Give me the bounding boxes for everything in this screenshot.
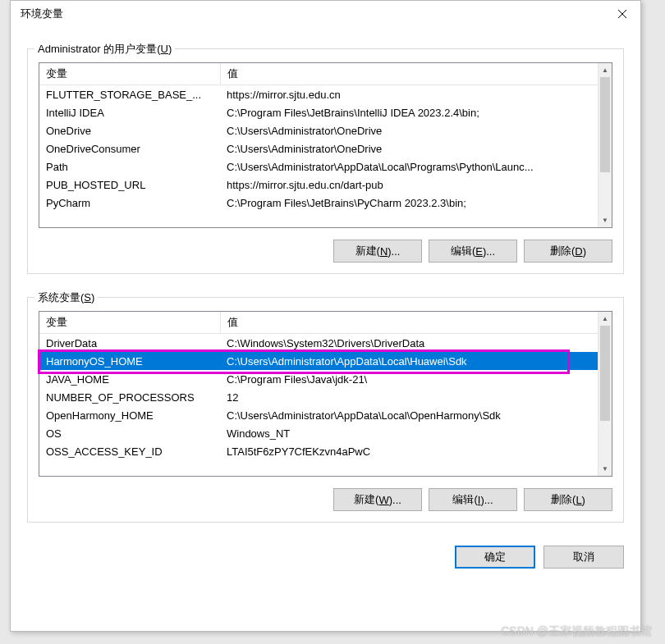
table-row[interactable]: OpenHarmony_HOMEC:\Users\Administrator\A… <box>39 406 598 424</box>
sys-col-name[interactable]: 变量 <box>39 312 220 334</box>
sys-vars-table[interactable]: 变量 值 DriverDataC:\Windows\System32\Drive… <box>39 312 598 460</box>
user-vars-label: Administrator 的用户变量(U) <box>34 42 175 57</box>
user-col-value[interactable]: 值 <box>220 63 598 85</box>
user-vars-table-wrap: 变量 值 FLUTTER_STORAGE_BASE_...https://mir… <box>39 62 612 228</box>
sys-scrollbar[interactable]: ▲ ▼ <box>598 312 612 476</box>
dialog-buttons: 确定 取消 <box>27 546 624 569</box>
user-buttons: 新建(N)... 编辑(E)... 删除(D) <box>39 240 612 263</box>
scroll-up-icon[interactable]: ▲ <box>598 312 612 326</box>
table-row[interactable]: PathC:\Users\Administrator\AppData\Local… <box>39 158 598 176</box>
sys-edit-button[interactable]: 编辑(I)... <box>429 488 517 511</box>
close-icon <box>618 10 626 18</box>
sys-vars-table-wrap: 变量 值 DriverDataC:\Windows\System32\Drive… <box>39 311 612 477</box>
watermark: CSDN @王家视频教程图书馆 <box>501 624 652 639</box>
sys-buttons: 新建(W)... 编辑(I)... 删除(L) <box>39 488 612 511</box>
user-vars-table[interactable]: 变量 值 FLUTTER_STORAGE_BASE_...https://mir… <box>39 63 598 212</box>
scroll-up-icon[interactable]: ▲ <box>598 63 612 77</box>
titlebar: 环境变量 <box>11 1 640 27</box>
user-scrollbar[interactable]: ▲ ▼ <box>598 63 612 227</box>
sys-delete-button[interactable]: 删除(L) <box>524 488 612 511</box>
user-edit-button[interactable]: 编辑(E)... <box>429 240 517 263</box>
table-row[interactable]: JAVA_HOMEC:\Program Files\Java\jdk-21\ <box>39 370 598 388</box>
table-row[interactable]: IntelliJ IDEAC:\Program Files\JetBrains\… <box>39 103 598 121</box>
table-row[interactable]: PUB_HOSTED_URLhttps://mirror.sjtu.edu.cn… <box>39 176 598 194</box>
user-col-name[interactable]: 变量 <box>39 63 220 85</box>
table-row[interactable]: DriverDataC:\Windows\System32\Drivers\Dr… <box>39 334 598 353</box>
ok-button[interactable]: 确定 <box>455 546 535 569</box>
scroll-down-icon[interactable]: ▼ <box>598 213 612 227</box>
table-row[interactable]: HarmonyOS_HOMEC:\Users\Administrator\App… <box>39 352 598 370</box>
window-title: 环境变量 <box>21 7 63 21</box>
table-row[interactable]: FLUTTER_STORAGE_BASE_...https://mirror.s… <box>39 85 598 104</box>
table-row[interactable]: OSWindows_NT <box>39 424 598 442</box>
scroll-down-icon[interactable]: ▼ <box>598 462 612 476</box>
env-vars-dialog: 环境变量 Administrator 的用户变量(U) 变量 值 <box>10 0 641 632</box>
dialog-body: Administrator 的用户变量(U) 变量 值 FLUTTER_STOR… <box>11 27 640 583</box>
table-row[interactable]: PyCharmC:\Program Files\JetBrains\PyChar… <box>39 194 598 212</box>
scroll-thumb[interactable] <box>600 77 610 172</box>
table-row[interactable]: OneDriveC:\Users\Administrator\OneDrive <box>39 121 598 139</box>
cancel-button[interactable]: 取消 <box>543 546 624 569</box>
close-button[interactable] <box>604 1 640 27</box>
table-row[interactable]: OSS_ACCESS_KEY_IDLTAI5tF6zPY7CfEKzvn4aPw… <box>39 442 598 460</box>
sys-col-value[interactable]: 值 <box>220 312 598 334</box>
sys-new-button[interactable]: 新建(W)... <box>333 488 422 511</box>
user-new-button[interactable]: 新建(N)... <box>333 240 422 263</box>
table-row[interactable]: OneDriveConsumerC:\Users\Administrator\O… <box>39 139 598 158</box>
sys-vars-group: 系统变量(S) 变量 值 DriverDataC:\Windows\System… <box>27 297 624 523</box>
scroll-thumb[interactable] <box>600 326 610 421</box>
user-delete-button[interactable]: 删除(D) <box>524 240 612 263</box>
user-vars-group: Administrator 的用户变量(U) 变量 值 FLUTTER_STOR… <box>27 48 624 274</box>
sys-vars-label: 系统变量(S) <box>34 290 98 305</box>
table-row[interactable]: NUMBER_OF_PROCESSORS12 <box>39 388 598 406</box>
